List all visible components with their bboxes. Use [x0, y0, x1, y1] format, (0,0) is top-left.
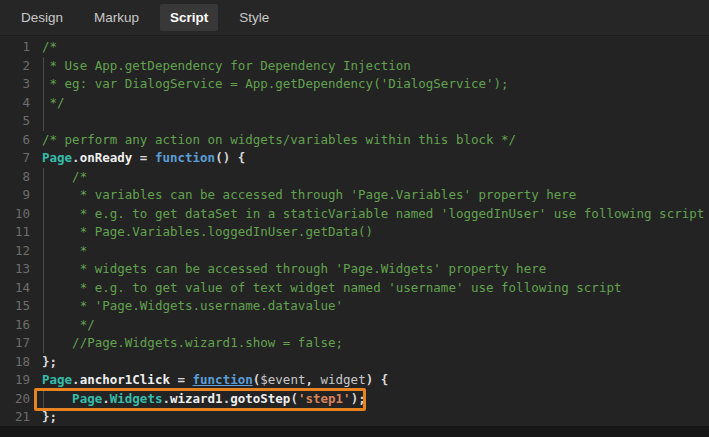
tab-design[interactable]: Design	[11, 4, 73, 31]
indent-guide	[43, 205, 44, 224]
indent-guide	[43, 297, 44, 316]
code-text: };	[30, 353, 57, 372]
indent-guide	[43, 260, 44, 279]
line-number: 19	[0, 371, 30, 390]
indent-guide	[43, 223, 44, 242]
line-number: 2	[0, 57, 30, 76]
line-number: 8	[0, 168, 30, 187]
code-line[interactable]: 2 * Use App.getDependency for Dependency…	[0, 57, 709, 76]
line-number: 15	[0, 297, 30, 316]
indent-guide	[43, 334, 44, 353]
code-line[interactable]: 5	[0, 112, 709, 131]
indent-guide	[43, 279, 44, 298]
line-number: 14	[0, 279, 30, 298]
code-line[interactable]: 4 */	[0, 94, 709, 113]
indent-guide	[43, 57, 44, 76]
line-number: 7	[0, 149, 30, 168]
code-text: /* perform any action on widgets/variabl…	[30, 131, 516, 150]
code-text: Page.Widgets.wizard1.gotoStep('step1');	[30, 390, 366, 409]
indent-guide	[43, 75, 44, 94]
code-text: //Page.Widgets.wizard1.show = false;	[30, 334, 343, 353]
code-text: Page.anchor1Click = function($event, wid…	[30, 371, 388, 390]
code-line[interactable]: 13 * widgets can be accessed through 'Pa…	[0, 260, 709, 279]
code-line[interactable]: 20 Page.Widgets.wizard1.gotoStep('step1'…	[0, 390, 709, 409]
line-number: 21	[0, 408, 30, 426]
line-number: 9	[0, 186, 30, 205]
code-line[interactable]: 11 * Page.Variables.loggedInUser.getData…	[0, 223, 709, 242]
code-line[interactable]: 3 * eg: var DialogService = App.getDepen…	[0, 75, 709, 94]
code-line[interactable]: 6/* perform any action on widgets/variab…	[0, 131, 709, 150]
line-number: 12	[0, 242, 30, 261]
line-number: 1	[0, 38, 30, 57]
code-text	[30, 112, 42, 131]
indent-guide	[43, 316, 44, 335]
editor-mode-tabs: Design Markup Script Style	[0, 0, 709, 36]
line-number: 5	[0, 112, 30, 131]
code-line[interactable]: 7Page.onReady = function() {	[0, 149, 709, 168]
tab-markup[interactable]: Markup	[84, 4, 149, 31]
line-number: 13	[0, 260, 30, 279]
code-line[interactable]: 1/*	[0, 38, 709, 57]
script-editor-window: Design Markup Script Style 1/*2 * Use Ap…	[0, 0, 709, 437]
code-text: Page.onReady = function() {	[30, 149, 245, 168]
code-text: /*	[30, 38, 57, 57]
code-text: * 'Page.Widgets.username.datavalue'	[30, 297, 343, 316]
indent-guide	[43, 112, 44, 131]
editor-bottom-bar	[0, 426, 709, 437]
line-number: 16	[0, 316, 30, 335]
code-text: *	[30, 242, 87, 261]
code-line[interactable]: 10 * e.g. to get dataSet in a staticVari…	[0, 205, 709, 224]
code-line[interactable]: 21};	[0, 408, 709, 426]
code-text: * Use App.getDependency for Dependency I…	[30, 57, 411, 76]
code-line[interactable]: 19Page.anchor1Click = function($event, w…	[0, 371, 709, 390]
line-number: 3	[0, 75, 30, 94]
code-line[interactable]: 12 *	[0, 242, 709, 261]
code-text: /*	[30, 168, 87, 187]
code-line[interactable]: 15 * 'Page.Widgets.username.datavalue'	[0, 297, 709, 316]
code-line[interactable]: 9 * variables can be accessed through 'P…	[0, 186, 709, 205]
line-number: 10	[0, 205, 30, 224]
code-text: * variables can be accessed through 'Pag…	[30, 186, 576, 205]
code-text: * e.g. to get dataSet in a staticVariabl…	[30, 205, 704, 224]
code-text: };	[30, 408, 57, 426]
code-line[interactable]: 14 * e.g. to get value of text widget na…	[0, 279, 709, 298]
tab-script[interactable]: Script	[160, 4, 218, 31]
code-lines[interactable]: 1/*2 * Use App.getDependency for Depende…	[0, 38, 709, 426]
indent-guide	[43, 94, 44, 113]
code-text: */	[30, 94, 65, 113]
code-editor[interactable]: 1/*2 * Use App.getDependency for Depende…	[0, 36, 709, 426]
code-line[interactable]: 8 /*	[0, 168, 709, 187]
indent-guide	[43, 242, 44, 261]
line-number: 6	[0, 131, 30, 150]
indent-guide	[43, 168, 44, 187]
code-line[interactable]: 17 //Page.Widgets.wizard1.show = false;	[0, 334, 709, 353]
code-text: * e.g. to get value of text widget named…	[30, 279, 621, 298]
code-text: * Page.Variables.loggedInUser.getData()	[30, 223, 373, 242]
code-text: */	[30, 316, 95, 335]
line-number: 17	[0, 334, 30, 353]
code-text: * eg: var DialogService = App.getDepende…	[30, 75, 509, 94]
code-text: * widgets can be accessed through 'Page.…	[30, 260, 546, 279]
tab-style[interactable]: Style	[229, 4, 279, 31]
indent-guide	[43, 186, 44, 205]
code-line[interactable]: 18};	[0, 353, 709, 372]
line-number: 20	[0, 390, 30, 409]
line-number: 18	[0, 353, 30, 372]
line-number: 4	[0, 94, 30, 113]
code-line[interactable]: 16 */	[0, 316, 709, 335]
line-number: 11	[0, 223, 30, 242]
indent-guide	[43, 390, 44, 409]
